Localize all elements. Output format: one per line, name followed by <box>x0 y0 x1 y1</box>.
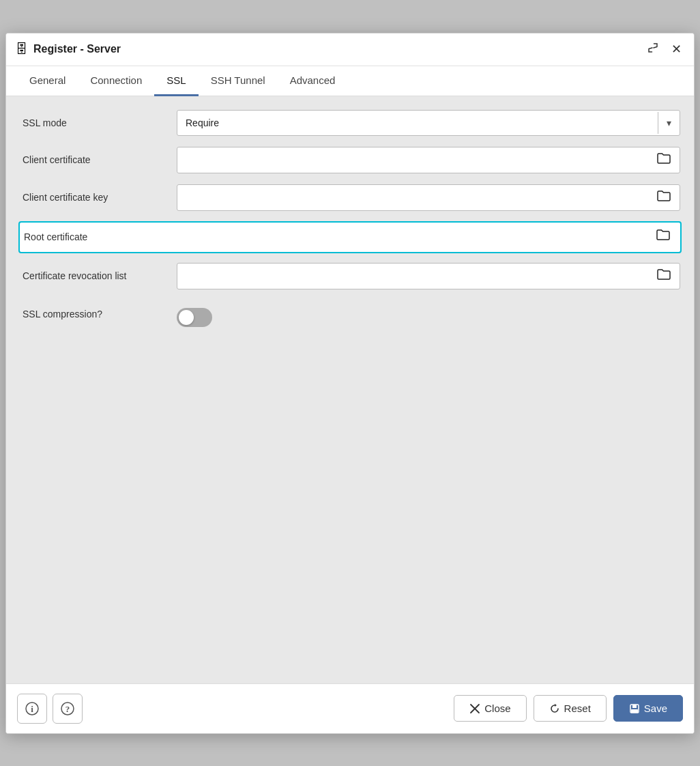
title-bar-controls: ✕ <box>644 40 684 59</box>
cert-revocation-folder-button[interactable] <box>651 265 677 287</box>
tab-advanced[interactable]: Advanced <box>278 66 348 96</box>
close-button[interactable]: ✕ <box>669 40 684 59</box>
client-certificate-label: Client certificate <box>20 147 177 174</box>
ssl-mode-select[interactable]: Require Disable Allow Prefer Verify-CA V… <box>177 111 658 135</box>
client-certificate-input[interactable] <box>180 149 651 171</box>
svg-text:i: i <box>31 704 33 714</box>
client-certificate-key-row: Client certificate key <box>20 184 680 212</box>
client-certificate-row: Client certificate <box>20 147 680 174</box>
ssl-mode-label: SSL mode <box>20 111 177 135</box>
dialog-icon: 🗄 <box>16 42 28 57</box>
help-button[interactable]: ? <box>53 694 83 724</box>
cert-revocation-input[interactable] <box>180 266 651 287</box>
close-dialog-button[interactable]: Close <box>454 695 526 722</box>
svg-rect-7 <box>632 705 637 708</box>
client-certificate-key-input[interactable] <box>180 187 651 209</box>
tab-ssh-tunnel[interactable]: SSH Tunnel <box>199 66 278 96</box>
form-content: SSL mode Require Disable Allow Prefer Ve… <box>6 96 694 683</box>
tab-connection[interactable]: Connection <box>78 66 154 96</box>
footer-right: Close Reset Save <box>454 695 683 722</box>
tab-ssl[interactable]: SSL <box>154 66 198 96</box>
reset-label: Reset <box>564 703 591 714</box>
ssl-compression-label: SSL compression? <box>20 301 177 328</box>
root-certificate-input[interactable] <box>181 225 650 247</box>
client-certificate-folder-button[interactable] <box>651 149 677 171</box>
root-certificate-label: Root certificate <box>21 224 178 251</box>
client-certificate-input-wrap <box>177 147 680 173</box>
client-certificate-key-folder-button[interactable] <box>651 186 677 209</box>
save-button[interactable]: Save <box>613 695 683 722</box>
close-label: Close <box>484 703 510 714</box>
cert-revocation-label: Certificate revocation list <box>20 263 177 290</box>
ssl-mode-select-wrap: Require Disable Allow Prefer Verify-CA V… <box>177 110 680 136</box>
dialog-title: Register - Server <box>33 43 644 55</box>
tab-bar: General Connection SSL SSH Tunnel Advanc… <box>6 66 694 96</box>
expand-button[interactable] <box>644 40 662 59</box>
ssl-compression-row: SSL compression? <box>20 301 680 334</box>
svg-rect-8 <box>631 709 638 713</box>
root-certificate-input-wrap <box>178 224 679 249</box>
title-bar: 🗄 Register - Server ✕ <box>6 33 694 66</box>
reset-button[interactable]: Reset <box>534 695 607 722</box>
cert-revocation-row: Certificate revocation list <box>20 263 680 290</box>
footer: i ? Close <box>6 683 694 733</box>
client-certificate-key-label: Client certificate key <box>20 184 177 212</box>
dialog: 🗄 Register - Server ✕ General Connection… <box>5 33 695 734</box>
toggle-thumb <box>179 310 194 325</box>
root-certificate-row: Root certificate <box>20 223 680 253</box>
tab-general[interactable]: General <box>17 66 78 96</box>
footer-left: i ? <box>17 694 83 724</box>
ssl-compression-toggle-wrap <box>177 301 212 334</box>
chevron-down-icon: ▾ <box>658 113 680 132</box>
ssl-mode-row: SSL mode Require Disable Allow Prefer Ve… <box>20 110 680 136</box>
svg-text:?: ? <box>65 704 70 714</box>
client-certificate-key-input-wrap <box>177 184 680 211</box>
cert-revocation-input-wrap <box>177 263 680 289</box>
save-label: Save <box>644 703 667 714</box>
info-button[interactable]: i <box>17 694 47 724</box>
root-certificate-folder-button[interactable] <box>650 225 676 248</box>
ssl-compression-toggle[interactable] <box>177 308 212 327</box>
